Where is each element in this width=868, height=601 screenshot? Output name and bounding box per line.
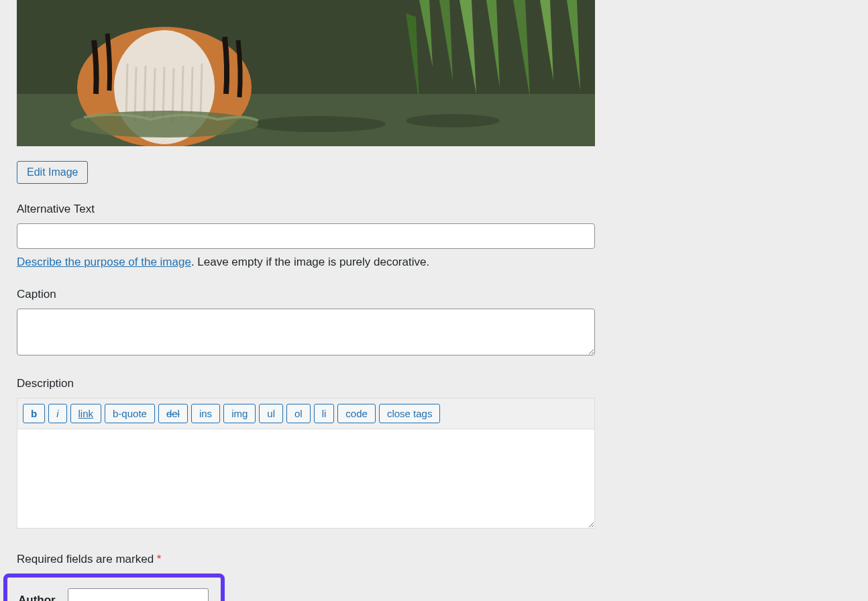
toolbar-ins-button[interactable]: ins — [191, 404, 220, 423]
toolbar-bold-button[interactable]: b — [23, 404, 45, 423]
toolbar-ul-button[interactable]: ul — [259, 404, 283, 423]
toolbar-img-button[interactable]: img — [223, 404, 256, 423]
description-textarea[interactable] — [17, 429, 594, 528]
toolbar-link-button[interactable]: link — [70, 404, 102, 423]
editor-toolbar: b i link b-quote del ins img ul ol li co… — [17, 398, 594, 429]
toolbar-italic-button[interactable]: i — [48, 404, 66, 423]
toolbar-close-tags-button[interactable]: close tags — [379, 404, 441, 423]
description-label: Description — [17, 377, 600, 390]
image-preview — [17, 0, 595, 146]
alternative-text-help: Describe the purpose of the image. Leave… — [17, 256, 600, 269]
toolbar-ol-button[interactable]: ol — [286, 404, 311, 423]
toolbar-li-button[interactable]: li — [314, 404, 335, 423]
toolbar-bquote-button[interactable]: b-quote — [105, 404, 155, 423]
alternative-text-help-link[interactable]: Describe the purpose of the image — [17, 256, 191, 268]
author-label: Author — [18, 594, 56, 601]
author-input[interactable] — [68, 588, 209, 601]
required-fields-note: Required fields are marked * — [17, 553, 600, 566]
author-section-highlighted: Author — [3, 573, 225, 601]
toolbar-code-button[interactable]: code — [337, 404, 376, 423]
toolbar-del-button[interactable]: del — [158, 404, 188, 423]
required-asterisk: * — [157, 553, 162, 565]
caption-label: Caption — [17, 288, 600, 301]
alternative-text-label: Alternative Text — [17, 203, 600, 216]
svg-point-3 — [252, 116, 386, 132]
alternative-text-input[interactable] — [17, 223, 595, 249]
svg-point-4 — [406, 114, 500, 127]
caption-textarea[interactable] — [17, 309, 595, 356]
edit-image-button[interactable]: Edit Image — [17, 161, 88, 184]
alternative-text-help-suffix: . Leave empty if the image is purely dec… — [191, 256, 429, 268]
description-editor: b i link b-quote del ins img ul ol li co… — [17, 398, 595, 529]
